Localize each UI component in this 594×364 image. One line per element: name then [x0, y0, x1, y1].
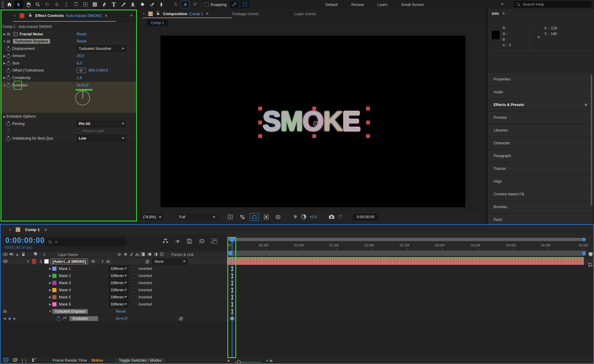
- mask-mode-dropdown[interactable]: Differen: [109, 273, 128, 279]
- region-of-interest-button[interactable]: [262, 213, 271, 221]
- expand-chevron-icon[interactable]: ▶: [2, 115, 7, 118]
- mask-mode-dropdown[interactable]: Differen: [109, 301, 128, 307]
- panel-menu-icon[interactable]: ≡: [585, 103, 587, 107]
- offset-value[interactable]: 960,0,540,0: [89, 68, 108, 72]
- effect-row-turbulent-displace[interactable]: ▼ fx Turbulent Displace Reset: [0, 38, 137, 45]
- panel-tab-properties[interactable]: Properties: [488, 73, 592, 86]
- camera-tool-button[interactable]: [81, 1, 90, 8]
- antialias-dropdown[interactable]: Low: [77, 135, 126, 141]
- dolly-camera-tool-button[interactable]: [62, 1, 71, 8]
- show-snapshot-icon[interactable]: [338, 214, 343, 220]
- fast-previews-button[interactable]: [226, 213, 235, 221]
- evolution-stopwatch-icon[interactable]: [7, 83, 10, 88]
- mask-row-2[interactable]: ▶ Mask 2 Differen Inverted: [1, 272, 227, 279]
- prev-keyframe-icon[interactable]: ◀: [4, 317, 6, 320]
- unlock-icon[interactable]: [29, 13, 32, 18]
- panel-tab-brushes[interactable]: Brushes: [488, 201, 592, 213]
- layer-name-selected[interactable]: [Auto-t...d SMOKE]: [51, 259, 88, 264]
- puppet-position-pin-button[interactable]: [171, 1, 180, 8]
- zoom-tool-button[interactable]: [33, 1, 42, 8]
- motion-blur-icon[interactable]: [199, 238, 205, 245]
- parent-dropdown[interactable]: None: [152, 259, 188, 265]
- panel-tab-content-aware-fill[interactable]: Content-Aware Fill: [488, 188, 592, 201]
- effect-keyframe-icon[interactable]: [231, 310, 234, 314]
- workspace-default[interactable]: Default: [325, 2, 338, 7]
- panel-tab-character[interactable]: Character: [488, 137, 592, 150]
- bbox-handle[interactable]: [366, 134, 370, 138]
- channel-rgb-icon[interactable]: [293, 214, 298, 220]
- mask-keyframe-icon[interactable]: [231, 274, 234, 278]
- mask-keyframe-icon[interactable]: [231, 295, 234, 299]
- panel-tab-preview[interactable]: Preview: [488, 111, 592, 124]
- mask-inverted-checkbox[interactable]: [133, 267, 136, 270]
- mask-row-6[interactable]: ▶ Mask 6 Differen Inverted: [1, 301, 227, 308]
- footage-tab[interactable]: Footage (none): [232, 12, 259, 16]
- mask-name[interactable]: Mask 1: [59, 267, 109, 271]
- panel-menu-icon[interactable]: ≡: [206, 12, 208, 16]
- comp-marker-bin-icon[interactable]: [588, 252, 593, 258]
- graph-row[interactable]: [227, 294, 594, 301]
- workspace-review[interactable]: Review: [351, 2, 364, 7]
- panel-menu-icon[interactable]: ≡: [105, 14, 107, 18]
- exposure-value[interactable]: +0,0: [309, 215, 317, 219]
- magnification-dropdown[interactable]: (74,8%): [141, 214, 163, 220]
- effect-name[interactable]: Fractal Noise: [20, 32, 43, 36]
- puppet-pin-tool-button[interactable]: [157, 1, 166, 8]
- property-row-evolution[interactable]: ◀ ◆ ▶ Evolution 0x+0,0° @: [1, 315, 227, 322]
- selection-tool-button[interactable]: [14, 1, 23, 8]
- close-tab-icon[interactable]: ×: [13, 14, 15, 18]
- graph-row[interactable]: [227, 287, 594, 294]
- mask-mode-dropdown[interactable]: Differen: [109, 294, 128, 300]
- graph-row[interactable]: [227, 272, 594, 279]
- toggle-switches-modes-button[interactable]: Toggle Switches / Modes: [114, 357, 166, 363]
- mask-row-4[interactable]: ▶ Mask 4 Differen Inverted: [1, 287, 227, 294]
- close-tab-icon[interactable]: ×: [143, 12, 145, 16]
- work-area-bar[interactable]: [228, 251, 586, 256]
- composition-tab-target[interactable]: Comp 1: [189, 12, 203, 16]
- expand-chevron-icon[interactable]: ▶: [2, 32, 7, 36]
- timeline-pan-scrollbar[interactable]: [228, 238, 586, 241]
- graph-row[interactable]: [227, 265, 594, 272]
- timeline-search-box[interactable]: [45, 238, 126, 246]
- type-tool-button[interactable]: T: [109, 1, 118, 8]
- stopwatch-icon[interactable]: [7, 136, 10, 140]
- mask-color-swatch[interactable]: [52, 288, 56, 292]
- snapping-checkbox[interactable]: [204, 2, 209, 7]
- anchor-point-icon[interactable]: [313, 121, 318, 126]
- guides-button[interactable]: [274, 213, 283, 221]
- zoom-slider-knob[interactable]: [237, 360, 241, 364]
- hide-shy-layers-icon[interactable]: { }: [22, 358, 27, 363]
- work-area-left-cap[interactable]: [229, 251, 232, 255]
- mask-name[interactable]: Mask 3: [59, 281, 109, 285]
- mask-name[interactable]: Mask 5: [59, 295, 109, 299]
- stopwatch-icon[interactable]: [7, 75, 10, 80]
- mask-row-5[interactable]: ▶ Mask 5 Differen Inverted: [1, 294, 227, 301]
- effect-controls-tab-target[interactable]: Auto-traced SMOKE: [66, 13, 102, 18]
- render-queue-icon[interactable]: [31, 358, 37, 363]
- graph-row[interactable]: [227, 308, 594, 315]
- mask-row-1[interactable]: ▶ Mask 1 Differen Inverted: [1, 265, 227, 272]
- mask-color-swatch[interactable]: [52, 274, 56, 278]
- mask-inverted-checkbox[interactable]: [133, 274, 136, 278]
- mask-keyframe-icon[interactable]: [231, 267, 234, 271]
- evolution-dial[interactable]: [75, 91, 90, 105]
- expand-chevron-icon[interactable]: ▶: [48, 288, 52, 292]
- brush-tool-button[interactable]: [119, 1, 128, 8]
- preview-timecode-box[interactable]: 0:00:00:00: [353, 214, 378, 220]
- resize-layer-checkbox[interactable]: [77, 129, 80, 133]
- workspace-overflow-chevron[interactable]: »: [501, 1, 503, 6]
- layer-duration-bar[interactable]: [227, 258, 584, 265]
- effect-name-selected[interactable]: Turbulent Displace: [52, 309, 88, 314]
- zoom-out-mountain-icon[interactable]: [227, 359, 230, 361]
- layer-label-swatch[interactable]: [32, 259, 36, 264]
- expand-chevron-icon[interactable]: ▶: [2, 61, 7, 65]
- graph-row[interactable]: [227, 315, 594, 322]
- frame-blending-icon[interactable]: [187, 238, 192, 245]
- bbox-handle[interactable]: [366, 107, 370, 110]
- expand-chevron-icon[interactable]: ▶: [48, 295, 52, 299]
- displacement-dropdown[interactable]: Turbulent Smoother: [77, 46, 126, 52]
- shy-toggle-icon[interactable]: [91, 259, 95, 264]
- panel-menu-icon[interactable]: ≡: [502, 11, 505, 15]
- stopwatch-icon[interactable]: [7, 61, 10, 65]
- size-value[interactable]: 8,0: [77, 61, 82, 65]
